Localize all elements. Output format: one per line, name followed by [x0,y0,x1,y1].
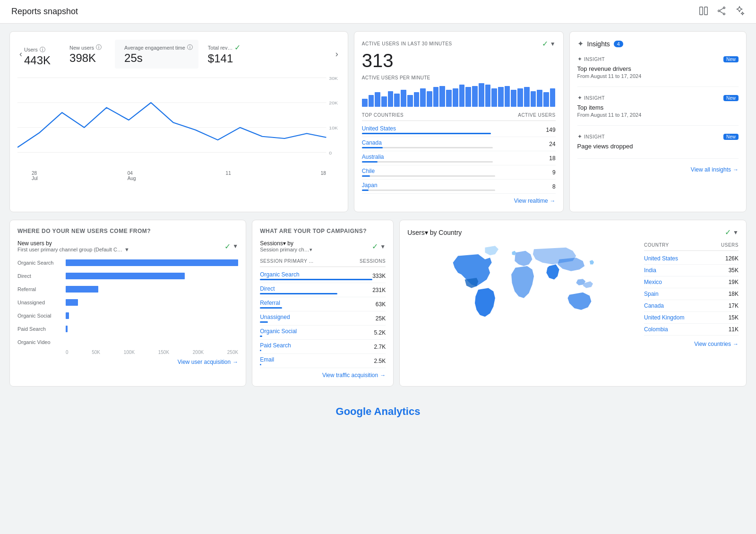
country-value: 24 [549,141,555,147]
country-info: Japan [362,182,552,191]
new-users-subtitle: New users by First user primary channel … [17,240,129,252]
magic-icon[interactable] [734,6,745,17]
session-bar [260,279,372,280]
svg-point-2 [723,7,725,9]
hbar-axis-label: 100K [124,350,135,355]
mini-bar-item [388,91,394,107]
dropdown-arrow-active[interactable]: ▼ [550,41,556,47]
mini-bar-item [401,90,406,107]
map-country-name[interactable]: United States [644,255,678,262]
view-realtime-link[interactable]: View realtime → [362,198,556,204]
mini-bar-item [381,96,387,107]
arrow-right-icon: → [550,198,556,204]
view-countries-link[interactable]: View countries → [407,341,739,347]
map-country-name[interactable]: India [644,267,656,274]
new-users-section-title: WHERE DO YOUR NEW USERS COME FROM? [17,228,238,234]
session-name[interactable]: Direct [260,285,372,292]
campaigns-col1: SESSION PRIMARY … [260,258,314,264]
country-name[interactable]: Canada [362,139,549,146]
hbar-bar [66,299,78,306]
map-header: Users▾ by Country ✓ ▼ [407,228,739,237]
country-row: Australia 18 [362,151,556,165]
map-country-name[interactable]: Spain [644,291,659,297]
hbar-bars-area: 050K100K150K200K250K [66,258,238,355]
insight-item: ✦ INSIGHT New Page views dropped [577,133,739,159]
session-bar [260,293,337,294]
metric-engagement-label: Average engagement time [124,45,185,51]
hbar-bar [66,259,238,266]
new-users-subtitle2: First user primary channel group (Defaul… [17,247,129,252]
session-name[interactable]: Referral [260,300,376,306]
insight-label: ✦ INSIGHT [577,95,605,101]
map-country-name[interactable]: Colombia [644,326,668,333]
country-bar [362,161,378,163]
view-traffic-acquisition-link[interactable]: View traffic acquisition → [260,372,386,379]
campaigns-table: Organic Search 333K Direct 231K Referral… [260,269,386,368]
map-country-name[interactable]: United Kingdom [644,314,684,321]
new-badge: New [723,134,739,140]
metric-users[interactable]: Users ⓘ 443K [24,42,60,69]
view-all-insights-link[interactable]: View all insights → [577,166,739,173]
mini-bar-item [414,92,420,107]
map-country-row: Colombia 11K [644,324,739,336]
mini-bar-item [472,86,478,107]
session-bar [260,364,261,365]
country-bar [362,147,383,148]
hbar-axis-label: 250K [227,350,238,355]
mini-bar-item [394,94,400,107]
metric-revenue-label: Total rev… [208,45,233,51]
view-user-acquisition-link[interactable]: View user acquisition → [17,359,238,365]
dropdown-new-users[interactable]: ▼ [232,243,238,250]
metric-new-users[interactable]: New users ⓘ 398K [60,40,111,69]
session-name[interactable]: Organic Search [260,271,372,278]
session-name[interactable]: Paid Search [260,342,374,349]
session-bar [260,336,262,337]
svg-text:30K: 30K [329,76,338,80]
session-name[interactable]: Unassigned [260,314,376,320]
country-name[interactable]: Chile [362,168,552,174]
mini-bar-item [465,87,471,107]
x-label-1: 04Aug [128,171,136,181]
metric-users-value: 443K [24,54,51,67]
session-value: 63K [376,301,386,308]
hbar-label-item: Referral [17,284,60,294]
dropdown-campaigns[interactable]: ▼ [380,243,386,250]
share-icon[interactable] [716,6,727,17]
hbar-bar-row [66,311,238,320]
svg-point-4 [723,13,725,15]
session-name[interactable]: Organic Social [260,328,374,335]
insight-label: ✦ INSIGHT [577,133,605,140]
campaigns-sub1: Sessions▾ by [260,240,312,247]
dropdown-map[interactable]: ▼ [733,229,739,236]
dropdown-arrow-new-users[interactable]: ▼ [124,247,129,252]
campaigns-sub2: Session primary ch…▾ [260,247,312,253]
metric-new-users-label: New users [69,45,94,51]
x-label-3: 18 [321,171,326,181]
country-name[interactable]: Australia [362,154,549,160]
country-name[interactable]: Japan [362,182,552,189]
map-country-name[interactable]: Canada [644,302,664,309]
svg-text:20K: 20K [329,101,338,105]
country-name[interactable]: United States [362,125,546,132]
metrics-next-arrow[interactable]: › [334,47,340,61]
col-active-users: ACTIVE USERS [518,112,555,118]
map-country-name[interactable]: Mexico [644,279,662,285]
insight-item: ✦ INSIGHT New Top revenue drivers From A… [577,56,739,87]
sparkle-icon-item: ✦ [577,56,583,62]
x-label-0: 28Jul [32,171,38,181]
hbar-axis-label: 50K [92,350,100,355]
metric-engagement[interactable]: Average engagement time ⓘ 25s [115,40,198,69]
metric-revenue[interactable]: Total rev… ✓ $141 [198,39,250,69]
mini-bar-item [491,88,497,107]
metrics-prev-arrow[interactable]: ‹ [17,47,24,61]
compare-icon[interactable] [698,6,709,17]
top-row: ‹ Users ⓘ 443K New users ⓘ 398K [9,31,747,212]
mini-bar-item [531,91,536,107]
session-name[interactable]: Email [260,356,374,363]
session-info: Paid Search [260,342,374,351]
countries-table: United States 149 Canada 24 Australia 18… [362,123,556,194]
hbar-label-item: Organic Video [17,337,60,347]
mini-bar-item [498,87,504,107]
check-icon-active: ✓ [542,39,548,48]
hbar-bar-row [66,271,238,281]
